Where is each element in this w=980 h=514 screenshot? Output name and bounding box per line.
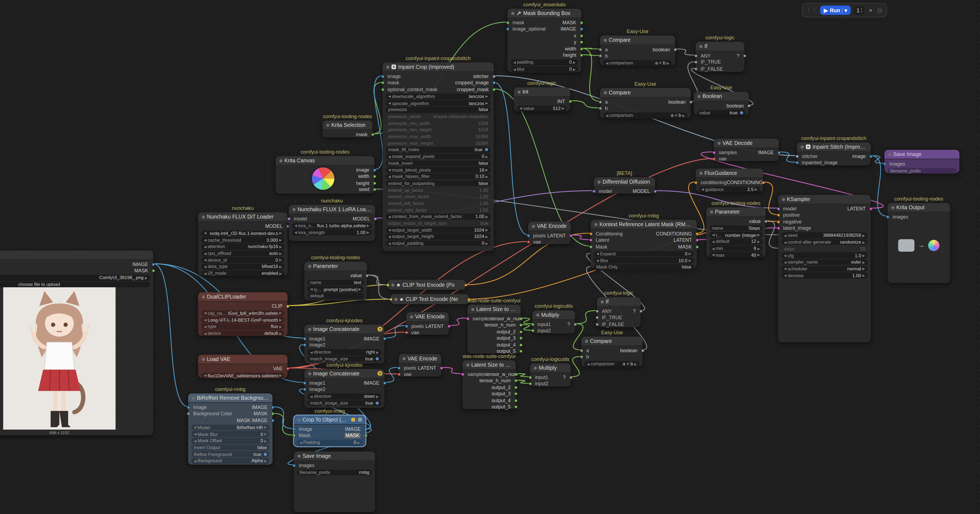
latent-size-lower-out-output_4[interactable] [514,399,517,402]
increment-arrow-icon[interactable]: ▶ [485,241,488,245]
mask-bounding-box-out-MASK[interactable] [580,21,583,24]
latent-size-lower-in-samples[interactable] [461,373,464,376]
collapse-toggle[interactable] [387,65,390,68]
kontext-rmbg-out-MASK[interactable] [695,245,698,248]
clear-queue-button[interactable]: × [868,7,873,13]
node-load-vae[interactable]: Load VAEVAE◀flux1DevVAE_safetensors.safe… [198,355,288,378]
latent-size-lower-out-tensor_h_num[interactable] [514,379,517,382]
increment-arrow-icon[interactable]: ▶ [279,331,282,335]
multiply-lower-in-input1[interactable] [528,376,531,379]
node-if-top[interactable]: comfyui-logicIfANY?IF_TRUEIF_FALSE [696,42,745,72]
load-image-out-MASK[interactable] [151,269,154,272]
birefnet-widget-Refine Foreground[interactable]: Refine Foregroundtrue [191,451,269,457]
collapse-toggle[interactable] [710,210,713,213]
run-button[interactable]: ▶ Run ▾ [820,5,851,15]
dual-clip-loader-widget-clip_name1[interactable]: ◀clip_name1t5xxl_fp8_e4m3fn.safetensors▶ [201,310,284,316]
inpaint-crop-widget-mask_expand_pixels[interactable]: ◀mask_expand_pixels0▶ [385,154,491,160]
nunchaku-dit-widget-cache_threshold[interactable]: ◀cache_threshold0.000▶ [201,237,284,243]
increment-arrow-icon[interactable]: ▶ [562,106,565,110]
decrement-arrow-icon[interactable]: ◀ [388,101,391,105]
nunchaku-dit-widget-cpu_offload[interactable]: ◀cpu_offloadauto▶ [201,250,284,256]
birefnet-out-MASK[interactable] [271,412,274,415]
collapse-toggle[interactable] [298,418,301,421]
increment-arrow-icon[interactable]: ▶ [485,235,488,238]
step-down-icon[interactable]: ▾ [861,10,862,13]
stepper-arrows[interactable]: ▴ ▾ [861,7,862,13]
load-image-widget-button[interactable]: choose file to upload [0,282,150,287]
collapse-toggle[interactable] [517,90,520,93]
birefnet-in-Image[interactable] [186,406,189,409]
decrement-arrow-icon[interactable]: ◀ [204,245,207,249]
nunchaku-dit-widget-i2f_mode[interactable]: ◀i2f_modeenabled▶ [201,270,284,276]
increment-arrow-icon[interactable]: ▶ [862,254,865,257]
compare-top-out-boolean[interactable] [673,48,676,51]
parameter-left-out-value[interactable] [365,274,368,277]
collapse-toggle[interactable] [585,339,588,343]
decrement-arrow-icon[interactable]: ◀ [784,274,786,278]
node-compare-bottom[interactable]: Easy-UseCompareabooleanb◀comparisona < b… [581,337,643,366]
kontext-rmbg-out-CONDITIONING[interactable] [695,232,698,235]
krita-canvas-out-image[interactable] [373,168,376,171]
krita-selection-out-mask[interactable] [371,133,374,136]
node-save-image-bypassed[interactable]: Save Imageimagesfilename_prefix [885,150,959,173]
increment-arrow-icon[interactable]: ▶ [634,362,637,366]
collapse-toggle[interactable] [718,141,721,144]
decrement-arrow-icon[interactable]: ◀ [513,60,516,64]
increment-arrow-icon[interactable]: ▶ [757,253,760,257]
increment-arrow-icon[interactable]: ▶ [757,240,760,244]
decrement-arrow-icon[interactable]: ◀ [388,168,391,172]
decrement-arrow-icon[interactable]: ◀ [204,258,207,262]
dual-clip-loader-widget-device[interactable]: ◀devicedefault▶ [201,330,284,336]
nunchaku-lora-widget-lora_name[interactable]: ◀lora_nameflux.1 turbo alpha.safetensors… [292,223,372,228]
node-latent-size-lower[interactable]: was-node-suite-comfyuiLatent Size to Num… [463,360,516,409]
node-if-lower[interactable]: comfyui-logicIfANY?IF_TRUEIF_FALSE [597,297,641,327]
node-dual-clip-loader[interactable]: DualCLIPLoaderCLIP◀clip_name1t5xxl_fp8_e… [198,292,288,336]
mask-bounding-box-widget-padding[interactable]: ◀padding0▶ [511,59,578,65]
increment-arrow-icon[interactable]: ▶ [264,459,267,463]
decrement-arrow-icon[interactable]: ◀ [606,114,608,117]
node-compare-mid[interactable]: Easy-UseCompareabooleanb◀comparisona < b… [600,88,690,118]
flux-guidance-widget-guidance[interactable]: ◀guidance2.5▶ [699,187,760,193]
decrement-arrow-icon[interactable]: ◀ [204,232,207,235]
decrement-arrow-icon[interactable]: ◀ [388,241,391,245]
boolean-node-widget-value[interactable]: valuetrue [697,109,746,116]
clip-po-in[interactable] [386,283,389,286]
nunchaku-dit-widget-data_type[interactable]: ◀data_typebfloat16▶ [201,263,284,270]
decrement-arrow-icon[interactable]: ◀ [784,260,786,264]
increment-arrow-icon[interactable]: ▶ [279,325,282,328]
decrement-arrow-icon[interactable]: ◀ [204,271,207,275]
decrement-arrow-icon[interactable]: ◀ [204,331,207,335]
nunchaku-dit-widget-combo[interactable]: ◀svdq-int4_r32-flux.1-kontext-dev.s▶ [201,230,284,236]
multiply-upper-in-input2[interactable] [531,329,534,332]
ksampler-out-LATENT[interactable] [869,207,872,210]
load-vae-widget-combo[interactable]: ◀flux1DevVAE_safetensors.safetensors▶ [201,373,284,379]
compare-bottom-widget-comparison[interactable]: ◀comparisona < b▶ [584,361,639,367]
decrement-arrow-icon[interactable]: ◀ [388,95,391,98]
compare-top-in-b[interactable] [598,55,601,57]
collapse-toggle[interactable] [698,95,701,98]
birefnet-widget-Background[interactable]: ◀BackgroundAlpha▶ [191,458,269,464]
collapse-toggle[interactable] [410,315,413,318]
compare-bottom-in-a[interactable] [580,349,583,352]
latent-size-upper-out-output_2[interactable] [519,330,522,333]
birefnet-widget-Invert Output[interactable]: Invert Outputfalse [191,444,269,451]
inpaint-crop-out-cropped_mask[interactable] [492,88,495,91]
image-concat-upper-in-image1[interactable] [303,337,306,340]
collapse-toggle[interactable] [298,454,301,457]
decrement-arrow-icon[interactable]: ◀ [204,238,207,242]
decrement-arrow-icon[interactable]: ◀ [310,350,313,354]
multiply-lower-out-?[interactable] [569,376,572,379]
dual-clip-loader-widget-combo[interactable]: ◀Long-ViT-L-14-BEST-GmP-smooth-ft.saf▶ [201,317,284,323]
parameter-right-widget-type[interactable]: ◀typenumber (integer)▶ [710,232,763,238]
ksampler-widget-cfg[interactable]: ◀cfg1.0▶ [781,252,867,259]
inpaint-crop-widget-downscale_algorithm[interactable]: ◀downscale_algorithmlanczos▶ [385,94,491,100]
inpaint-crop-in-optional_context_mask[interactable] [381,88,384,91]
inpaint-crop-widget-output_target_width[interactable]: ◀output_target_width1024▶ [385,227,491,233]
ksampler-widget-seed[interactable]: ◀seed388844821938258▶ [781,232,867,238]
increment-arrow-icon[interactable]: ▶ [757,233,760,237]
node-image-concat-lower[interactable]: comfyui-kjnodesImage Concatenate?image1I… [304,369,385,408]
increment-arrow-icon[interactable]: ▶ [358,441,360,445]
image-concat-lower-in-image2[interactable] [303,388,306,391]
decrement-arrow-icon[interactable]: ◀ [294,224,297,227]
decrement-arrow-icon[interactable]: ◀ [784,267,786,271]
